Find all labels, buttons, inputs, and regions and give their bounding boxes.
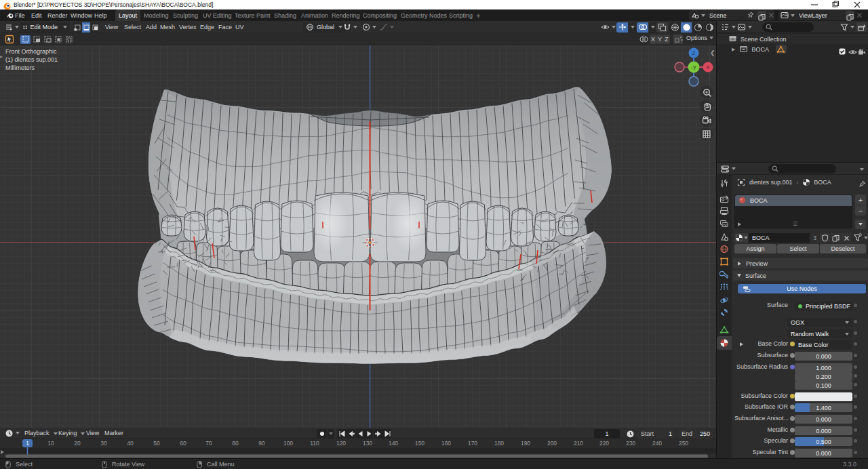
svg-text:190: 190 <box>521 440 530 447</box>
svg-text:100: 100 <box>283 440 293 447</box>
svg-text:30: 30 <box>100 440 107 447</box>
svg-text:240: 240 <box>652 440 662 447</box>
svg-text:60: 60 <box>180 440 186 447</box>
svg-text:120: 120 <box>336 440 346 447</box>
svg-text:210: 210 <box>574 440 583 447</box>
svg-text:150: 150 <box>415 440 425 447</box>
svg-text:40: 40 <box>127 440 134 447</box>
svg-text:220: 220 <box>599 440 609 447</box>
svg-text:250: 250 <box>679 440 688 447</box>
svg-text:20: 20 <box>74 440 81 447</box>
svg-text:X: X <box>706 64 710 70</box>
svg-text:50: 50 <box>153 440 160 447</box>
svg-text:140: 140 <box>389 440 398 447</box>
svg-text:Z: Z <box>692 50 696 56</box>
svg-text:110: 110 <box>310 440 319 447</box>
svg-text:10: 10 <box>47 440 54 447</box>
svg-text:-Y: -Y <box>691 64 697 71</box>
svg-text:160: 160 <box>441 440 451 447</box>
svg-text:230: 230 <box>626 440 635 447</box>
svg-text:90: 90 <box>258 440 265 447</box>
svg-text:70: 70 <box>205 440 212 447</box>
svg-text:200: 200 <box>547 440 557 447</box>
svg-text:80: 80 <box>232 440 239 447</box>
svg-text:170: 170 <box>468 440 477 447</box>
svg-text:130: 130 <box>363 440 372 447</box>
svg-text:1: 1 <box>26 440 29 447</box>
svg-text:180: 180 <box>494 440 504 447</box>
